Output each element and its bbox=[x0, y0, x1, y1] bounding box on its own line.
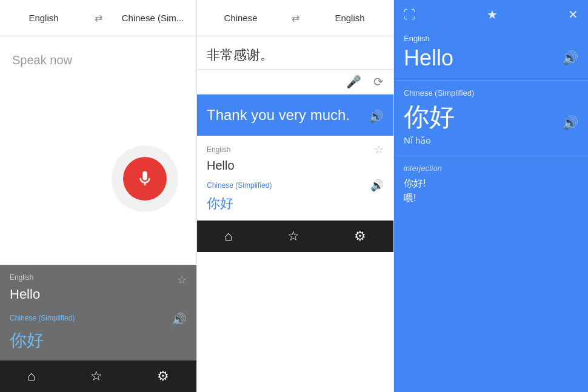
card-target-text: 你好 bbox=[10, 329, 187, 352]
panel-right: ⛶ ★ ✕ English Hello 🔊 Chinese (Simplifie… bbox=[394, 0, 588, 392]
history-target-lang-row: Chinese (Simplified) 🔊 bbox=[207, 179, 384, 192]
close-icon[interactable]: ✕ bbox=[568, 7, 578, 22]
tab-bar-middle: Chinese ⇄ English bbox=[197, 0, 393, 36]
speak-now-label: Speak now bbox=[12, 53, 72, 67]
home-nav-middle[interactable]: ⌂ bbox=[224, 228, 232, 244]
translation-card-text: Thank you very much. bbox=[207, 107, 364, 124]
panel3-source-text: Hello bbox=[404, 45, 453, 71]
favorites-nav-left[interactable]: ☆ bbox=[90, 368, 102, 384]
history-source-lang: English bbox=[207, 145, 230, 154]
home-nav-left[interactable]: ⌂ bbox=[27, 368, 35, 384]
chinese-input-text: 非常感谢。 bbox=[207, 46, 384, 64]
divider bbox=[394, 81, 588, 81]
star-icon-left[interactable]: ☆ bbox=[177, 273, 187, 287]
history-target-text: 你好 bbox=[207, 194, 384, 213]
bottom-nav-middle: ⌂ ☆ ⚙ bbox=[197, 221, 393, 252]
swap-arrow-middle[interactable]: ⇄ bbox=[284, 12, 306, 24]
card-source-lang-label: English bbox=[10, 273, 33, 282]
panel3-target-row: 你好 Nǐ hǎo 🔊 bbox=[404, 100, 578, 146]
settings-nav-left[interactable]: ⚙ bbox=[157, 368, 169, 384]
mic-button-outer[interactable] bbox=[112, 145, 178, 212]
panel3-source-row: Hello 🔊 bbox=[404, 45, 578, 71]
panel-middle: Chinese ⇄ English 非常感谢。 🎤 ⟳ Thank you ve… bbox=[197, 0, 394, 392]
tab-source-lang-left[interactable]: English bbox=[0, 0, 87, 36]
mic-input-icon[interactable]: 🎤 bbox=[346, 75, 361, 89]
history-card-middle[interactable]: English ☆ Hello Chinese (Simplified) 🔊 你… bbox=[197, 136, 393, 221]
panel3-source-section: English Hello 🔊 bbox=[394, 29, 588, 81]
mic-icon bbox=[136, 170, 154, 188]
panel3-target-section: Chinese (Simplified) 你好 Nǐ hǎo 🔊 bbox=[394, 88, 588, 156]
card-target-lang-row: Chinese (Simplified) 🔊 bbox=[10, 310, 187, 327]
favorites-nav-middle[interactable]: ☆ bbox=[287, 228, 299, 244]
card-source-text: Hello bbox=[10, 287, 187, 302]
speaker-icon-translation[interactable]: 🔊 bbox=[369, 109, 384, 124]
panel3-speaker-target[interactable]: 🔊 bbox=[562, 115, 578, 131]
settings-nav-middle[interactable]: ⚙ bbox=[354, 228, 366, 244]
panel3-target-lang: Chinese (Simplified) bbox=[404, 88, 578, 98]
def-part-of-speech: interjection bbox=[404, 164, 578, 173]
expand-icon[interactable]: ⛶ bbox=[404, 8, 416, 22]
chinese-input-area: 非常感谢。 bbox=[197, 36, 393, 70]
tab-target-lang-left[interactable]: Chinese (Sim... bbox=[109, 0, 196, 36]
star-icon-panel3[interactable]: ★ bbox=[487, 7, 498, 22]
tab-target-lang-middle[interactable]: English bbox=[306, 0, 393, 36]
panel3-speaker-source[interactable]: 🔊 bbox=[562, 50, 578, 66]
panel3-target-text: 你好 bbox=[404, 100, 455, 134]
speaker-icon-card-left[interactable]: 🔊 bbox=[172, 312, 187, 327]
swap-arrow-left[interactable]: ⇄ bbox=[87, 12, 109, 24]
speaker-icon-history[interactable]: 🔊 bbox=[370, 179, 384, 192]
def-line-1: 你好! bbox=[404, 176, 578, 191]
panel-left: English ⇄ Chinese (Sim... Speak now Engl… bbox=[0, 0, 197, 392]
history-target-lang-label: Chinese (Simplified) bbox=[207, 181, 272, 190]
panel3-header: ⛶ ★ ✕ bbox=[394, 0, 588, 29]
input-icons-row: 🎤 ⟳ bbox=[197, 70, 393, 95]
swap-input-icon[interactable]: ⟳ bbox=[373, 75, 384, 89]
tab-source-lang-middle[interactable]: Chinese bbox=[197, 0, 284, 36]
bottom-nav-left: ⌂ ☆ ⚙ bbox=[0, 360, 196, 392]
translation-card-blue: Thank you very much. 🔊 bbox=[197, 95, 393, 136]
tab-bar-left: English ⇄ Chinese (Sim... bbox=[0, 0, 196, 36]
def-line-2: 喂! bbox=[404, 191, 578, 205]
panel3-pinyin: Nǐ hǎo bbox=[404, 135, 455, 146]
history-source-text: Hello bbox=[207, 159, 384, 173]
panel3-definitions: interjection 你好! 喂! bbox=[394, 156, 588, 213]
history-card-header: English ☆ bbox=[207, 143, 384, 156]
history-star-icon[interactable]: ☆ bbox=[374, 143, 384, 156]
card-target-lang-label: Chinese (Simplified) bbox=[10, 314, 75, 322]
history-card-left[interactable]: English ☆ Hello Chinese (Simplified) 🔊 你… bbox=[0, 265, 196, 360]
panel3-source-lang: English bbox=[404, 34, 578, 43]
mic-button-inner[interactable] bbox=[123, 157, 167, 201]
